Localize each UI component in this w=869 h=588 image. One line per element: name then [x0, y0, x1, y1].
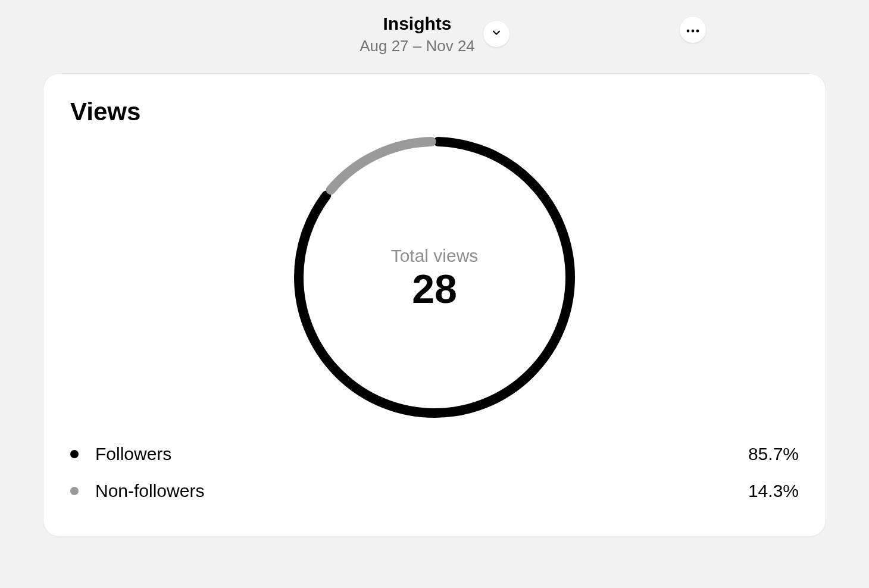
legend: Followers 85.7% Non-followers 14.3% — [70, 436, 799, 509]
page-title: Insights — [383, 12, 451, 35]
views-card: Views Total views 28 Followers 85.7% Non… — [43, 73, 826, 537]
more-options-button[interactable] — [680, 17, 706, 43]
total-views-label: Total views — [391, 246, 479, 266]
svg-point-1 — [692, 30, 695, 33]
chevron-down-icon — [490, 27, 502, 41]
more-horizontal-icon — [686, 24, 699, 35]
legend-value: 85.7% — [748, 444, 799, 464]
legend-label: Followers — [95, 444, 171, 464]
header-title-group: Insights Aug 27 – Nov 24 — [360, 12, 475, 57]
card-title: Views — [70, 98, 799, 126]
page-header: Insights Aug 27 – Nov 24 — [0, 0, 869, 62]
legend-row-followers: Followers 85.7% — [70, 436, 799, 473]
date-range: Aug 27 – Nov 24 — [360, 36, 475, 57]
legend-value: 14.3% — [748, 481, 799, 501]
donut-chart-container: Total views 28 — [70, 137, 799, 418]
svg-point-2 — [696, 30, 699, 33]
donut-chart: Total views 28 — [294, 137, 575, 418]
svg-point-0 — [687, 30, 690, 33]
donut-center: Total views 28 — [294, 137, 575, 418]
legend-row-nonfollowers: Non-followers 14.3% — [70, 473, 799, 509]
legend-dot-icon — [70, 450, 79, 458]
legend-label: Non-followers — [95, 481, 204, 501]
total-views-value: 28 — [412, 268, 457, 309]
legend-dot-icon — [70, 487, 79, 495]
date-range-dropdown-button[interactable] — [483, 21, 509, 47]
